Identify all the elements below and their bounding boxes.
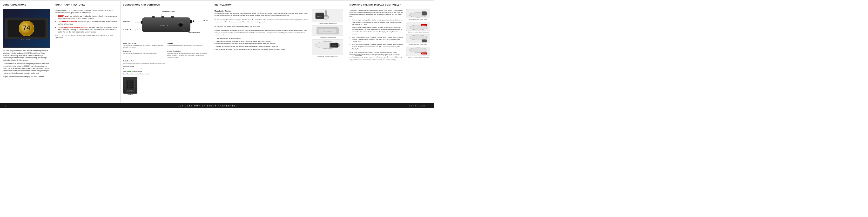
installation-left: Mounting the Receiver For optimum sensit…	[215, 9, 309, 57]
connections-labels: Power Port (12 VDC) For connecting Smart…	[123, 42, 210, 64]
conn-serial-data: Serial Data Port Serial interface connec…	[123, 60, 165, 64]
smartradar-intro-text: SmartRadar offers all the state-of-the-a…	[56, 9, 118, 14]
display-ctrl-bottom-svg: ESCORT	[407, 47, 429, 56]
speaker-box: SmartRadar	[123, 77, 137, 94]
adhesive-bracket-image: adhesive backing	[312, 26, 343, 36]
svg-text:USB Port: USB Port	[203, 20, 208, 21]
footer-page-left: 2	[5, 105, 7, 107]
installation-content: Mounting the Receiver For optimum sensit…	[215, 9, 344, 57]
conn-power-port: Power Port (12 VDC) For connecting Smart…	[123, 42, 165, 49]
mounting-receiver-subtitle: Mounting the Receiver	[215, 10, 309, 12]
svg-text:SmartRadar: SmartRadar	[127, 89, 133, 91]
mini-ctrl-step-2: 2 Peel the paper backing off the Display…	[349, 27, 404, 35]
speaker-graphic-container: SmartRadar Speaker	[123, 77, 137, 95]
speaker-label: Speaker	[127, 94, 133, 95]
speaker-area: SmartRadar Speaker	[123, 77, 210, 95]
device-diagram-svg: ESCORT Power Port (12 VDC) Display Port …	[123, 9, 210, 40]
mini-ctrl-step-4: 4 Tuck the Display Controller's cord int…	[349, 44, 404, 50]
svg-rect-8	[141, 21, 143, 24]
green-label: Green:	[127, 71, 131, 72]
svg-point-13	[179, 23, 182, 26]
mini-controller-images: Bracket mounted above mirror ESCORT Disp…	[405, 9, 431, 61]
svg-line-21	[135, 27, 142, 31]
conn-volume-mute-title: Volume-Mute Button	[167, 50, 210, 52]
mini-ctrl-step-2-text: Peel the paper backing off the Display C…	[352, 27, 404, 35]
bracket-below-item: Bracket mounted below mirror	[405, 34, 431, 45]
feature-escort-live-name: ESCORT Live!	[58, 15, 68, 17]
svg-point-57	[409, 35, 427, 40]
smartradar-mounted-label: SmartRadar mounted behind mirror	[317, 56, 338, 57]
step-num-2: 2	[349, 27, 351, 35]
svg-point-27	[130, 82, 131, 83]
conn-volume-mute-desc: Press and hold to set volume level for a…	[167, 52, 210, 59]
svg-text:Volume-Mute Button: Volume-Mute Button	[188, 32, 200, 33]
conn-volume-mute: Volume-Mute Button Press and hold to set…	[167, 50, 210, 59]
display-ctrl-top-item: ESCORT Display Controller affixed to bra…	[405, 22, 431, 33]
svg-point-37	[132, 87, 133, 88]
mini-ctrl-step-1-text: Peel the paper backing off the display m…	[352, 19, 404, 26]
svg-rect-6	[190, 20, 192, 23]
svg-point-36	[130, 87, 131, 88]
install-step-3: 3 Slide the receiver unit onto the mount…	[215, 45, 309, 48]
feature-defender-name: Our DEFENDER Database	[58, 21, 77, 23]
section-installation: Installation Mounting the Receiver For o…	[212, 1, 347, 103]
install-step-2: 2 For temporary mounting: Press the suct…	[215, 40, 309, 45]
power-bt-line1: Press to turn device on or off.	[123, 68, 210, 70]
suction-cup-image: ESCORT	[312, 9, 343, 23]
svg-rect-50	[330, 43, 331, 48]
display-ctrl-bottom-image: ESCORT	[406, 47, 430, 56]
install-step-3-text: Slide the receiver unit onto the mount s…	[216, 46, 279, 47]
step-num-1: 1	[349, 19, 351, 26]
install-step-1-text: Clean the mounting location thoroughly.	[216, 38, 241, 39]
display-ctrl-top-image: ESCORT	[406, 22, 430, 31]
svg-text:ESCORT: ESCORT	[21, 39, 32, 41]
adhesive-bracket-label: Adhesive Mounting Bracket	[320, 37, 336, 38]
svg-text:Display Port: Display Port	[123, 21, 130, 22]
suction-cup-svg: ESCORT	[314, 10, 341, 22]
conn-usb-port-desc: For downloading software updates from yo…	[167, 44, 210, 46]
svg-rect-10	[161, 16, 164, 18]
svg-text:ESCORT: ESCORT	[160, 24, 170, 27]
step-num-4: 4	[349, 44, 351, 50]
install-step-4-text: You can leave the bracket in place on yo…	[216, 49, 285, 50]
section-mini-controller: Mounting the Mini Display Controller The…	[347, 1, 434, 103]
conn-serial-data-title: Serial Data Port	[123, 60, 165, 62]
power-bt-title: Power/Bluetooth	[123, 66, 210, 68]
svg-text:ESCORT: ESCORT	[422, 25, 426, 26]
congratulations-text: You have just purchased the most innovat…	[3, 49, 51, 79]
smartradar-mounted-image: ESCORT	[312, 39, 343, 55]
svg-point-59	[409, 48, 427, 52]
feature-escort-live: ESCORT Live!—our exclusive real-time tic…	[58, 15, 118, 20]
svg-point-30	[130, 83, 131, 84]
footer: 2 ULTIMATE OUT-OF-SIGHT PROTECTION Conti…	[0, 103, 434, 108]
congrats-para-1: You have just purchased the most innovat…	[3, 49, 51, 62]
mini-ctrl-step-4-text: Tuck the Display Controller's cord into …	[352, 44, 404, 50]
installation-title: Installation	[215, 4, 344, 7]
smartradar-mounted-item: ESCORT SmartRadar mounted behind mirror	[311, 39, 344, 57]
svg-text:ESCORT: ESCORT	[317, 15, 322, 17]
congrats-para-3: Imagine millions of other drivers helpin…	[3, 76, 51, 78]
display-ctrl-bottom-label: Display Controller affixed to bracket	[408, 57, 429, 58]
mounted-svg: ESCORT	[313, 40, 342, 55]
smartradar-note: NOTE: ESCORT Live! enabled features are …	[56, 34, 118, 39]
svg-point-29	[127, 83, 128, 84]
blue-label: Blue:	[127, 73, 130, 75]
smartradar-title: SmartRadar Features	[56, 4, 118, 7]
svg-text:ESCORT: ESCORT	[332, 45, 336, 46]
conn-power-port-title: Power Port (12 VDC)	[123, 42, 165, 44]
conn-usb-port-title: USB Port	[167, 42, 210, 44]
svg-text:adhesive backing: adhesive backing	[323, 30, 332, 32]
step-num-3: 3	[349, 36, 351, 43]
bracket-above-svg	[407, 10, 429, 18]
adhesive-bracket-item: adhesive backing Adhesive Mounting Brack…	[311, 26, 344, 38]
section-connections: Connections and Controls	[121, 1, 212, 103]
installation-steps: 1 Clean the mounting location thoroughly…	[215, 38, 309, 50]
bracket-below-image	[406, 34, 430, 43]
install-step-1: 1 Clean the mounting location thoroughly…	[215, 38, 309, 40]
connections-title: Connections and Controls	[123, 4, 210, 7]
conn-serial-data-desc: Serial interface connection for head dec…	[123, 62, 165, 64]
display-ctrl-bottom-item: ESCORT Display Controller affixed to bra…	[405, 47, 431, 58]
mini-ctrl-step-3-text: Tuck the Display Controller's cord into …	[352, 36, 404, 43]
feature-gps: Our most popular GPS-powered features, i…	[58, 26, 118, 33]
mini-ctrl-intro: The Display Controller can be mounted al…	[349, 9, 404, 18]
